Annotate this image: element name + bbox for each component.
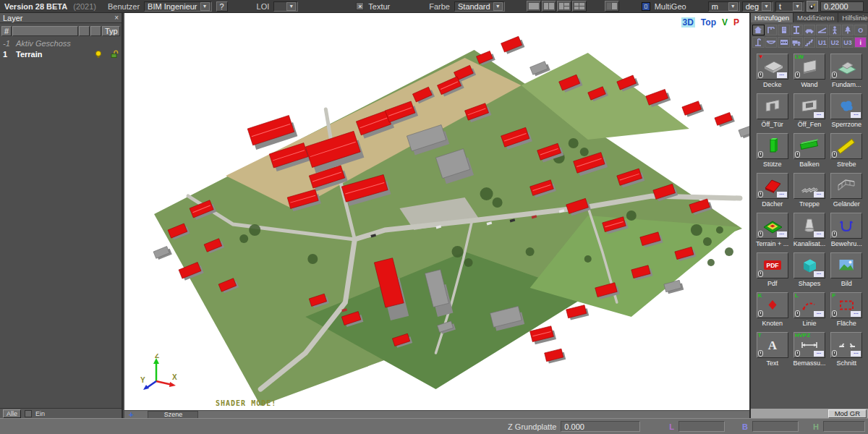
options-dots-badge[interactable]: ... (851, 112, 861, 118)
tool-button[interactable]: PDF (757, 252, 788, 278)
building-icon[interactable] (778, 25, 790, 35)
options-dots-badge[interactable]: ... (777, 231, 787, 237)
farbe-select[interactable]: Standard ▾ (454, 1, 505, 12)
options-dots-badge[interactable]: ... (814, 231, 824, 237)
layout-two-vertical-button[interactable] (542, 1, 556, 12)
tool-button[interactable]: ... (793, 252, 825, 278)
tool-button[interactable]: F... (830, 292, 862, 318)
layout-three-pane-button[interactable] (557, 1, 571, 12)
car-icon[interactable] (804, 25, 816, 35)
options-dots-badge[interactable]: ... (777, 72, 787, 78)
layer-row[interactable]: -1Aktiv Geschoss (1, 38, 120, 48)
tool-button[interactable]: ... (793, 213, 825, 239)
tool-button[interactable]: ... (793, 173, 825, 199)
layer-col-lock[interactable] (90, 26, 101, 36)
steel-beam-icon[interactable] (791, 25, 803, 35)
u3-button[interactable]: U3 (842, 37, 854, 48)
tool-button[interactable]: AT (757, 332, 788, 358)
tab-szene[interactable]: Szene (148, 411, 198, 419)
tool-shapes: ...Shapes (791, 252, 827, 287)
close-icon[interactable]: × (114, 14, 119, 22)
truck-icon[interactable] (791, 37, 803, 48)
options-dots-badge[interactable]: ... (851, 351, 861, 357)
mast-icon[interactable] (752, 37, 765, 48)
layer-col-visibility[interactable] (79, 26, 90, 36)
benutzer-select[interactable]: BIM Ingenieur ▾ (144, 1, 211, 12)
view-3d-button[interactable]: 3D (681, 17, 695, 27)
tool-button[interactable] (830, 213, 862, 239)
embankment-icon[interactable] (804, 37, 816, 48)
view-p-button[interactable]: P (733, 17, 739, 27)
bridge-icon[interactable] (765, 37, 778, 48)
options-dots-badge[interactable]: ... (777, 192, 787, 197)
tool-schnitt: ...Schnitt (828, 332, 865, 367)
view-v-button[interactable]: V (722, 17, 728, 27)
tool-button[interactable] (830, 54, 862, 80)
layer-col-number[interactable]: # (1, 26, 12, 36)
tree-icon[interactable] (842, 25, 854, 35)
layer-col-typ[interactable]: Typ (102, 26, 120, 36)
tool-button[interactable] (830, 133, 862, 159)
help-button[interactable]: ? (216, 1, 228, 12)
tool-label: Terrain + ... (756, 240, 788, 247)
tool-button[interactable]: ▼... (757, 54, 788, 80)
terrain-scene[interactable] (124, 13, 749, 410)
tool-button[interactable]: HVPZ... (793, 332, 825, 358)
b-input[interactable] (752, 421, 799, 432)
l-input[interactable] (678, 421, 725, 432)
view-top-button[interactable]: Top (701, 17, 716, 27)
options-dots-badge[interactable]: ... (814, 271, 824, 277)
tool-button[interactable]: ... (830, 332, 862, 358)
tool-button[interactable] (757, 133, 788, 159)
layout-four-pane-button[interactable] (572, 1, 587, 12)
layer-row[interactable]: 1Terrain (1, 48, 120, 59)
person-icon[interactable] (829, 25, 841, 35)
tolerance-icon[interactable] (807, 1, 818, 12)
tool-button[interactable]: ... (830, 93, 862, 119)
tab-hinzufügen[interactable]: Hinzufügen (751, 13, 793, 22)
h-input[interactable] (823, 421, 865, 432)
tab-hilfslinien[interactable]: Hilfslinien (838, 13, 868, 22)
tool-button[interactable]: L... (793, 292, 825, 318)
crane-icon[interactable] (765, 25, 778, 35)
tool-pdf: PDFPdf (754, 252, 791, 287)
tool-button[interactable]: ... (757, 213, 788, 239)
ramp-icon[interactable] (816, 25, 828, 35)
z-grundplatte-input[interactable]: 0.000 (561, 421, 640, 432)
tool-button[interactable] (830, 173, 862, 199)
options-dots-badge[interactable]: ... (814, 351, 824, 357)
unit-weight-select[interactable]: t ▾ (775, 1, 804, 12)
layout-single-button[interactable] (527, 1, 541, 12)
options-dots-badge[interactable]: ... (814, 112, 824, 118)
ein-checkbox[interactable] (25, 410, 32, 417)
tool-button[interactable] (830, 252, 862, 278)
options-dots-badge[interactable]: ... (851, 311, 861, 317)
textur-checkbox[interactable]: × (356, 2, 364, 10)
unit-angle-select[interactable]: deg ▾ (742, 1, 773, 12)
multigeo-icon[interactable] (642, 2, 650, 11)
u2-button[interactable]: U2 (829, 37, 841, 48)
options-dots-badge[interactable]: ... (814, 192, 824, 197)
unit-length-select[interactable]: m ▾ (708, 1, 740, 12)
tolerance-input[interactable]: 0.2000 (820, 1, 864, 12)
road-icon[interactable] (778, 37, 790, 48)
info-button[interactable]: i (854, 37, 867, 48)
tool-button[interactable]: LW (793, 54, 825, 80)
layer-col-name[interactable] (12, 26, 78, 36)
alle-button[interactable]: Alle (3, 409, 21, 418)
tool-button[interactable]: ... (793, 93, 825, 119)
tool-button[interactable] (757, 93, 788, 119)
letter-o-button[interactable]: O (854, 25, 867, 35)
mod-gr-button[interactable]: Mod GR (828, 409, 867, 418)
u1-button[interactable]: U1 (816, 37, 828, 48)
layout-split-view-button[interactable] (605, 1, 619, 12)
tool-button[interactable] (793, 133, 825, 159)
building-red-roof (545, 349, 566, 365)
options-dots-badge[interactable]: ... (814, 311, 824, 317)
tab-modifizieren[interactable]: Modifizieren (793, 13, 838, 22)
house-icon[interactable] (752, 25, 765, 35)
loi-select[interactable]: ▾ (273, 1, 298, 12)
viewport-3d[interactable]: 3D Top V P Z X Y SHADER MODE! (124, 13, 749, 410)
tool-button[interactable]: K (757, 292, 788, 318)
tool-button[interactable]: ... (757, 173, 788, 199)
